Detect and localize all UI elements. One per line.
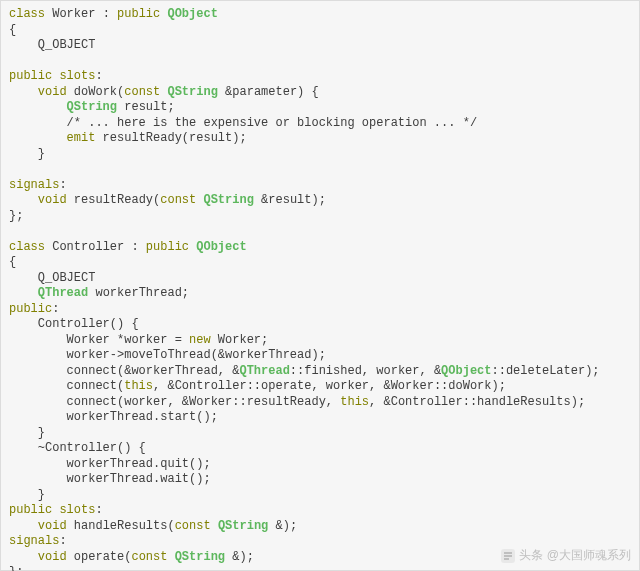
- code-text: [9, 131, 67, 145]
- svg-rect-3: [504, 558, 509, 560]
- code-text: /* ... here is the expensive or blocking…: [9, 116, 477, 130]
- code-keyword: class: [9, 7, 45, 21]
- code-keyword: public: [117, 7, 160, 21]
- code-block: class Worker : public QObject { Q_OBJECT…: [9, 7, 631, 571]
- code-type: QString: [175, 550, 225, 564]
- code-text: [9, 550, 38, 564]
- code-text: resultReady(: [67, 193, 161, 207]
- code-snippet-panel: class Worker : public QObject { Q_OBJECT…: [0, 0, 640, 571]
- svg-rect-2: [504, 555, 512, 557]
- code-text: resultReady(result);: [95, 131, 246, 145]
- code-text: {: [9, 255, 16, 269]
- code-keyword: void: [38, 85, 67, 99]
- code-text: }: [9, 147, 45, 161]
- code-text: [9, 519, 38, 533]
- code-text: workerThread.quit();: [9, 457, 211, 471]
- code-text: Worker :: [45, 7, 117, 21]
- code-text: :: [59, 178, 66, 192]
- code-text: ::deleteLater);: [492, 364, 600, 378]
- code-keyword: emit: [67, 131, 96, 145]
- code-keyword: public: [9, 302, 52, 316]
- code-keyword: void: [38, 193, 67, 207]
- code-text: &parameter) {: [218, 85, 319, 99]
- code-text: , &Controller::operate, worker, &Worker:…: [153, 379, 506, 393]
- code-text: Q_OBJECT: [9, 38, 95, 52]
- code-text: handleResults(: [67, 519, 175, 533]
- code-keyword: void: [38, 519, 67, 533]
- code-text: }: [9, 488, 45, 502]
- code-type: QString: [203, 193, 253, 207]
- code-text: doWork(: [67, 85, 125, 99]
- watermark-label: 头条 @大国师魂系列: [519, 547, 631, 564]
- code-keyword: const: [175, 519, 211, 533]
- code-type: QString: [167, 85, 217, 99]
- code-text: result;: [117, 100, 175, 114]
- code-keyword: this: [124, 379, 153, 393]
- code-keyword: new: [189, 333, 211, 347]
- code-keyword: slots: [59, 69, 95, 83]
- code-type: QString: [218, 519, 268, 533]
- code-text: [9, 193, 38, 207]
- code-keyword: const: [124, 85, 160, 99]
- code-text: workerThread.start();: [9, 410, 218, 424]
- code-text: :: [52, 302, 59, 316]
- svg-rect-1: [504, 552, 512, 554]
- code-text: &);: [225, 550, 254, 564]
- code-type: QObject: [196, 240, 246, 254]
- code-text: worker->moveToThread(&workerThread);: [9, 348, 326, 362]
- code-text: [9, 100, 67, 114]
- code-keyword: const: [131, 550, 167, 564]
- code-text: [9, 286, 38, 300]
- code-keyword: public: [9, 503, 52, 517]
- code-text: ::finished, worker, &: [290, 364, 441, 378]
- code-text: operate(: [67, 550, 132, 564]
- code-keyword: const: [160, 193, 196, 207]
- code-type: QObject: [441, 364, 491, 378]
- code-text: Worker;: [211, 333, 269, 347]
- code-keyword: public: [9, 69, 52, 83]
- code-text: workerThread;: [88, 286, 189, 300]
- code-keyword: signals: [9, 178, 59, 192]
- code-text: [211, 519, 218, 533]
- code-type: QObject: [167, 7, 217, 21]
- code-keyword: this: [340, 395, 369, 409]
- code-text: Q_OBJECT: [9, 271, 95, 285]
- code-text: :: [95, 69, 102, 83]
- code-text: }: [9, 426, 45, 440]
- code-keyword: public: [146, 240, 189, 254]
- code-text: connect(: [9, 379, 124, 393]
- code-text: , &Controller::handleResults);: [369, 395, 585, 409]
- code-text: [9, 85, 38, 99]
- code-text: workerThread.wait();: [9, 472, 211, 486]
- code-type: QString: [67, 100, 117, 114]
- code-type: QThread: [239, 364, 289, 378]
- code-keyword: slots: [59, 503, 95, 517]
- code-text: Controller :: [45, 240, 146, 254]
- code-text: connect(worker, &Worker::resultReady,: [9, 395, 340, 409]
- code-type: QThread: [38, 286, 88, 300]
- code-text: Controller() {: [9, 317, 139, 331]
- code-keyword: void: [38, 550, 67, 564]
- code-text: Worker *worker =: [9, 333, 189, 347]
- code-text: {: [9, 23, 16, 37]
- code-text: };: [9, 565, 23, 571]
- code-text: :: [59, 534, 66, 548]
- toutiao-icon: [501, 549, 515, 563]
- code-text: &result);: [254, 193, 326, 207]
- code-text: &);: [268, 519, 297, 533]
- code-text: connect(&workerThread, &: [9, 364, 239, 378]
- code-text: :: [95, 503, 102, 517]
- code-keyword: signals: [9, 534, 59, 548]
- code-text: };: [9, 209, 23, 223]
- watermark: 头条 @大国师魂系列: [501, 547, 631, 564]
- code-text: ~Controller() {: [9, 441, 146, 455]
- code-text: [167, 550, 174, 564]
- code-keyword: class: [9, 240, 45, 254]
